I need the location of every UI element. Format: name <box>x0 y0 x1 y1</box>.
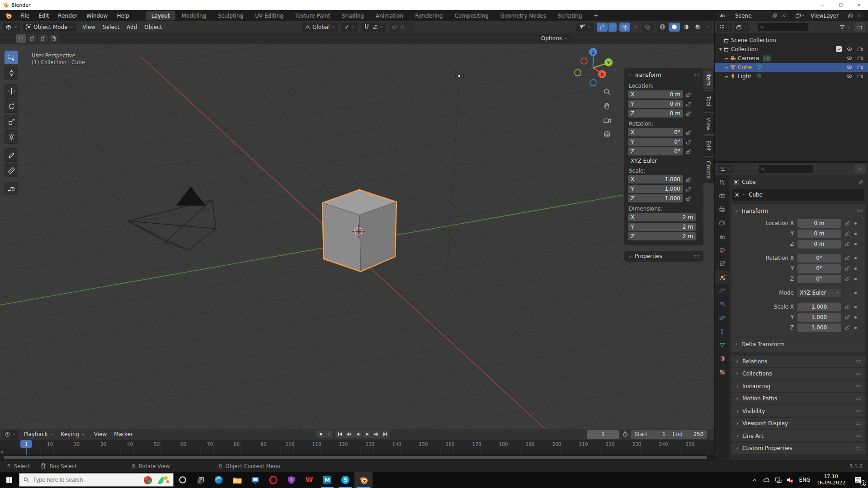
tool-rotate[interactable] <box>5 99 18 113</box>
disclosure-closed-icon[interactable]: ► <box>724 74 730 79</box>
outliner-row-scene-collection[interactable]: ► Scene Collection <box>715 36 868 45</box>
play-button[interactable] <box>363 430 371 438</box>
n-properties-panel-header[interactable]: Properties <box>624 251 703 262</box>
collapsed-panel-header[interactable]: Custom Properties <box>731 443 865 454</box>
tool-select-box[interactable] <box>5 51 18 64</box>
workspace-tab[interactable]: Animation <box>370 11 409 20</box>
jump-next-keyframe-button[interactable] <box>372 430 380 438</box>
camera-data-icon[interactable] <box>763 55 771 62</box>
dimension-field[interactable]: Z2 m <box>628 232 696 240</box>
new-collection-button[interactable] <box>854 23 865 32</box>
workspace-tab[interactable]: Modeling <box>176 11 212 20</box>
tab-texture[interactable] <box>715 365 729 379</box>
workspace-tab[interactable]: Texture Paint <box>290 11 335 20</box>
lock-icon[interactable] <box>845 304 850 310</box>
keying-set-dropdown[interactable] <box>326 430 332 438</box>
gizmo-neg-y[interactable] <box>575 70 581 76</box>
lock-icon[interactable] <box>686 177 692 183</box>
start-button[interactable] <box>0 472 18 488</box>
outliner-row-light[interactable]: ► Light <box>715 72 868 81</box>
snap-target-selector[interactable] <box>372 24 383 30</box>
show-gizmo-toggle[interactable] <box>597 23 608 32</box>
object-name-field[interactable]: Cube <box>732 189 864 201</box>
panel-grip[interactable] <box>693 74 700 77</box>
light-data-icon[interactable] <box>755 73 763 80</box>
lock-icon[interactable] <box>686 130 692 136</box>
viewport-menu-item[interactable]: Select <box>99 24 123 30</box>
shading-material-button[interactable] <box>680 23 692 32</box>
panel-grip[interactable] <box>855 385 862 388</box>
rotation-field[interactable]: X0° <box>628 128 683 136</box>
timeline-menu-item[interactable]: View <box>90 431 110 437</box>
lock-icon[interactable] <box>686 149 692 155</box>
prop-field[interactable]: 0° <box>797 254 841 263</box>
scale-field[interactable]: Z1.000 <box>628 194 683 202</box>
zoom-view-icon[interactable] <box>602 87 612 97</box>
overlays-dropdown[interactable] <box>631 23 639 32</box>
taskbar-search-input[interactable] <box>33 477 132 483</box>
shading-dropdown[interactable] <box>704 23 711 32</box>
panel-grip[interactable] <box>855 360 862 363</box>
animate-dot[interactable] <box>854 316 857 319</box>
tab-physics[interactable] <box>715 311 729 324</box>
tray-clock[interactable]: 17:10 16-09-2022 <box>814 474 848 486</box>
lock-icon[interactable] <box>686 196 692 202</box>
toggle-orthographic-icon[interactable] <box>602 129 612 139</box>
collapsed-panel-header[interactable]: Visibility <box>731 405 865 417</box>
transform-orientation-selector[interactable]: Global <box>302 23 338 32</box>
hide-eye-icon[interactable] <box>846 64 853 70</box>
tab-modifiers[interactable] <box>715 284 729 297</box>
taskbar-skype[interactable]: S <box>336 472 354 488</box>
jump-prev-keyframe-button[interactable] <box>344 430 353 438</box>
menu-item[interactable]: File <box>16 13 34 19</box>
timeline-menu-dropdown[interactable]: Playback <box>20 431 57 437</box>
dimension-field[interactable]: Y2 m <box>628 223 696 231</box>
tray-volume-muted-icon[interactable] <box>784 472 796 488</box>
rotation-mode-dropdown[interactable]: XYZ Euler <box>797 289 841 297</box>
properties-search-input[interactable] <box>767 166 811 172</box>
taskbar-edge[interactable] <box>210 472 228 488</box>
collapsed-panel-header[interactable]: Motion Paths <box>731 393 865 404</box>
lock-icon[interactable] <box>845 325 850 330</box>
tray-network-icon[interactable] <box>772 472 784 488</box>
lock-icon[interactable] <box>845 231 850 236</box>
panel-grip[interactable] <box>856 210 863 213</box>
editor-type-button[interactable] <box>3 23 20 32</box>
pin-icon[interactable] <box>858 179 863 185</box>
taskbar-maya[interactable]: M <box>318 472 336 488</box>
minimize-button[interactable] <box>814 0 832 10</box>
location-field[interactable]: X0 m <box>628 90 683 99</box>
outliner-row-collection[interactable]: ▼ Collection <box>715 45 868 54</box>
tab-object-data[interactable] <box>715 338 729 352</box>
panel-grip[interactable] <box>855 447 862 450</box>
tab-object[interactable] <box>715 270 729 284</box>
object-type-visibility-selector[interactable] <box>576 23 594 32</box>
show-overlays-toggle[interactable] <box>619 23 630 32</box>
lock-icon[interactable] <box>845 266 850 271</box>
hide-eye-icon[interactable] <box>846 46 853 52</box>
end-frame-field[interactable]: End250 <box>669 430 707 439</box>
animate-dot[interactable] <box>854 222 857 225</box>
rotation-field[interactable]: Y0° <box>628 138 683 146</box>
collapsed-panel-header[interactable]: Collections <box>731 368 865 380</box>
lock-icon[interactable] <box>686 111 692 117</box>
disclosure-closed-icon[interactable]: ► <box>724 65 730 70</box>
lock-icon[interactable] <box>845 255 850 261</box>
lock-icon[interactable] <box>845 221 850 226</box>
mesh-data-icon[interactable] <box>755 64 764 71</box>
viewport-menu-item[interactable]: View <box>79 24 99 30</box>
workspace-tab[interactable]: + <box>588 11 604 20</box>
tab-material[interactable] <box>715 352 729 365</box>
select-mode-subtract-button[interactable] <box>38 34 48 43</box>
collapsed-panel-header[interactable]: Line Art <box>731 430 865 441</box>
blender-menu-icon[interactable] <box>0 12 16 19</box>
collection-checkbox[interactable] <box>836 46 842 52</box>
disclosure-closed-icon[interactable]: ► <box>724 56 730 61</box>
current-frame-field[interactable]: 1 <box>587 430 619 439</box>
pan-view-hand-icon[interactable] <box>602 101 612 111</box>
lock-icon[interactable] <box>686 139 692 145</box>
animate-dot[interactable] <box>854 278 857 280</box>
animate-dot[interactable] <box>854 267 857 270</box>
viewport-menu-item[interactable]: Add <box>123 24 141 30</box>
shading-solid-button[interactable] <box>669 23 680 32</box>
